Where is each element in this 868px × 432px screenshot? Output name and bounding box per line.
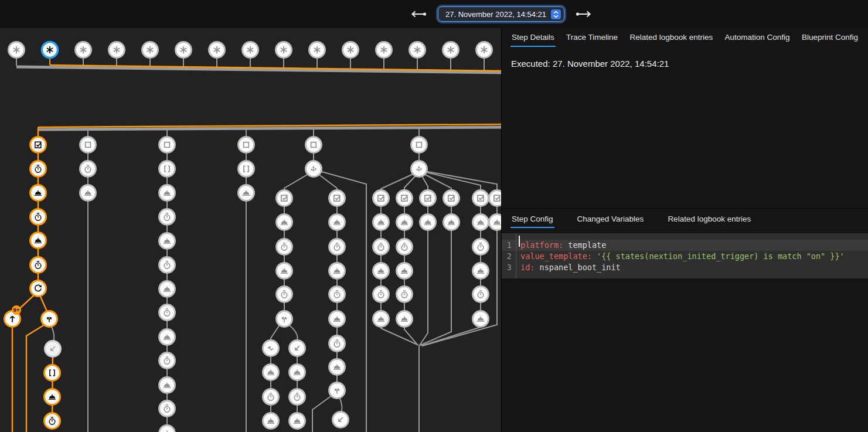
trace-node-fork[interactable] [42,311,57,327]
trace-node-timer[interactable] [159,305,175,321]
trace-node-fork[interactable] [329,383,345,399]
trace-node-timer[interactable] [397,239,413,255]
trace-node-timer[interactable] [329,336,345,352]
trace-node-timer[interactable] [80,161,96,177]
trace-node-fork[interactable] [277,311,292,327]
trace-node-timer[interactable] [159,401,175,417]
trace-node-arrow-bottom-left[interactable] [45,341,61,357]
trace-node-timer[interactable] [329,239,345,255]
trace-node-choose[interactable] [306,161,322,177]
next-run-button[interactable] [574,9,594,19]
trace-node-arrow-bottom-left[interactable] [290,341,305,356]
trace-node-asterisk[interactable] [109,42,125,58]
trace-node-service-bell[interactable] [329,359,345,375]
trace-node-asterisk[interactable] [9,42,25,58]
trace-node-checkbox[interactable] [397,191,413,206]
trace-node-service-bell[interactable] [373,215,389,230]
trace-node-service-bell[interactable] [239,185,254,201]
trace-node-square[interactable] [411,137,427,153]
trace-node-service-bell[interactable] [277,263,292,279]
trace-node-service-bell[interactable] [159,185,175,201]
trace-node-square[interactable] [239,137,254,153]
trace-node-service-bell[interactable] [373,311,389,327]
tab-blueprint-config[interactable]: Blueprint Config [801,28,859,47]
trace-node-timer[interactable] [373,239,389,255]
code-line[interactable]: 3id: nspanel_boot_init [502,262,868,273]
trace-node-asterisk[interactable] [276,42,292,58]
trace-node-asterisk[interactable] [209,42,225,58]
trace-node-timer[interactable] [397,287,413,302]
tab-automation-config[interactable]: Automation Config [724,28,791,47]
trace-node-checkbox[interactable] [373,191,389,206]
trace-node-checkbox[interactable] [444,191,459,206]
trace-node-service-bell[interactable] [329,311,345,327]
trace-node-service-bell[interactable] [397,311,413,327]
trace-node-timer[interactable] [30,257,46,273]
trace-node-service-bell[interactable] [80,185,96,201]
trace-node-asterisk[interactable] [243,42,258,58]
tab-trace-timeline[interactable]: Trace Timeline [565,28,619,47]
trace-node-asterisk[interactable] [142,42,158,58]
trace-node-service-bell[interactable] [473,263,489,279]
trace-node-brackets[interactable] [45,365,60,381]
trace-node-brackets[interactable] [239,161,254,177]
trace-node-service-bell[interactable] [159,281,175,297]
trace-node-checkbox[interactable] [473,191,489,206]
trace-node-asterisk[interactable] [176,42,192,58]
trace-node-service-bell[interactable] [290,413,305,429]
trace-node-asterisk[interactable] [309,42,325,58]
trace-node-timer[interactable] [159,209,175,225]
trace-node-timer[interactable] [473,239,489,255]
trace-node-service-bell[interactable] [473,215,489,230]
trace-node-service-bell[interactable] [45,389,60,405]
trace-node-timer[interactable] [45,413,60,429]
trace-node-asterisk[interactable] [76,42,91,58]
previous-run-button[interactable] [409,9,428,19]
run-picker-select[interactable]: 27. November 2022, 14:54:21 [438,6,564,22]
tab-related-logbook-entries[interactable]: Related logbook entries [628,28,714,47]
trace-node-service-bell[interactable] [30,233,46,249]
trace-node-asterisk[interactable] [376,42,392,58]
trace-node-service-bell[interactable] [420,215,436,230]
trace-node-service-bell[interactable] [473,311,489,327]
code-line[interactable]: 2value_template: '{{ states(nextion_init… [502,251,868,262]
trace-node-timer[interactable] [263,389,279,405]
trace-node-check-arrow[interactable] [263,341,279,356]
trace-node-timer[interactable] [159,257,175,273]
step-config-code-editor[interactable]: 1platform: template2value_template: '{{ … [502,233,868,278]
trace-node-asterisk[interactable] [343,42,359,58]
trace-node-timer[interactable] [30,161,46,177]
tab-changed-variables[interactable]: Changed Variables [576,210,645,228]
trace-node-checkbox[interactable] [420,191,436,206]
trace-node-square[interactable] [306,137,322,153]
trace-node-timer[interactable] [159,353,175,369]
trace-node-service-bell[interactable] [263,413,279,429]
trace-node-timer[interactable] [30,209,46,225]
trace-node-service-bell[interactable] [159,377,175,393]
tab-related-logbook-entries[interactable]: Related logbook entries [666,210,752,228]
trace-node-service-bell[interactable] [373,263,389,279]
trace-node-service-bell[interactable] [30,185,46,201]
trace-node-timer[interactable] [329,287,345,302]
trace-node-service-bell[interactable] [159,426,175,432]
trace-node-service-bell[interactable] [397,215,413,230]
tab-step-details[interactable]: Step Details [510,28,556,47]
trace-node-service-bell[interactable] [159,329,175,345]
trace-node-checkbox[interactable] [277,191,292,206]
trace-node-service-bell[interactable] [290,365,305,380]
code-line[interactable]: 1platform: template [502,240,868,251]
trace-node-service-bell[interactable] [397,263,413,279]
trace-node-brackets[interactable] [159,161,175,177]
trace-node-asterisk[interactable] [410,42,426,58]
trace-node-arrow-up[interactable]: 9+ [5,305,22,327]
trace-node-square[interactable] [159,137,175,153]
trace-node-asterisk[interactable] [476,42,492,58]
trace-node-service-bell[interactable] [329,215,345,230]
trace-node-timer[interactable] [290,389,305,405]
trace-node-service-bell[interactable] [277,215,292,230]
trace-node-timer[interactable] [373,287,389,302]
trace-node-checkbox[interactable] [329,191,345,206]
trace-node-square[interactable] [80,137,96,153]
trace-node-service-bell[interactable] [329,263,345,279]
trace-node-refresh[interactable] [30,281,46,297]
